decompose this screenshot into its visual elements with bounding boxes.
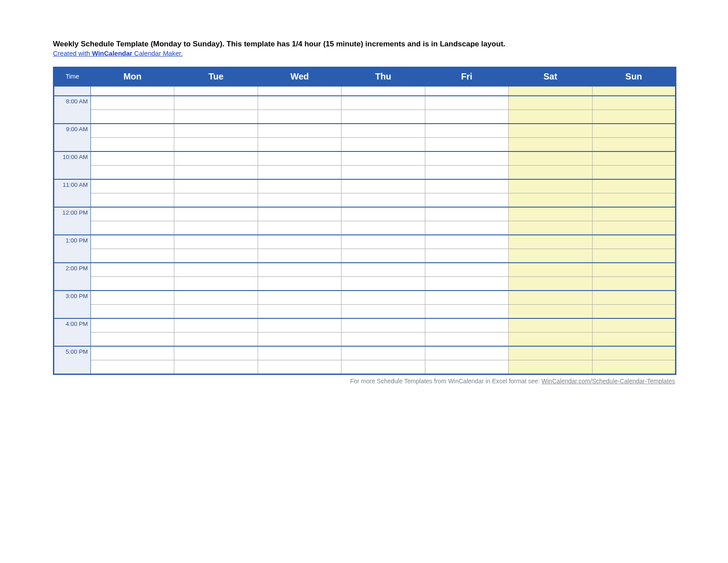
schedule-cell[interactable] — [91, 277, 174, 291]
schedule-cell[interactable] — [174, 138, 258, 152]
schedule-cell[interactable] — [341, 179, 425, 193]
schedule-cell[interactable] — [91, 346, 174, 360]
schedule-cell[interactable] — [91, 249, 174, 263]
schedule-cell[interactable] — [425, 249, 508, 263]
schedule-cell[interactable] — [425, 318, 508, 333]
schedule-cell[interactable] — [509, 207, 592, 221]
schedule-cell[interactable] — [174, 124, 258, 138]
schedule-cell[interactable] — [174, 86, 258, 96]
schedule-cell[interactable] — [592, 166, 675, 180]
schedule-cell[interactable] — [174, 346, 258, 360]
schedule-cell[interactable] — [509, 318, 592, 333]
schedule-cell[interactable] — [174, 151, 258, 166]
schedule-cell[interactable] — [91, 124, 174, 138]
schedule-cell[interactable] — [258, 221, 341, 235]
schedule-cell[interactable] — [91, 333, 174, 347]
schedule-cell[interactable] — [592, 207, 675, 221]
schedule-cell[interactable] — [341, 277, 425, 291]
schedule-cell[interactable] — [258, 96, 341, 110]
schedule-cell[interactable] — [592, 263, 675, 277]
schedule-cell[interactable] — [509, 263, 592, 277]
schedule-cell[interactable] — [258, 207, 341, 221]
schedule-cell[interactable] — [425, 96, 508, 110]
schedule-cell[interactable] — [91, 221, 174, 235]
schedule-cell[interactable] — [509, 151, 592, 166]
schedule-cell[interactable] — [592, 86, 675, 96]
schedule-cell[interactable] — [174, 166, 258, 180]
schedule-cell[interactable] — [425, 333, 508, 347]
schedule-cell[interactable] — [174, 291, 258, 305]
schedule-cell[interactable] — [258, 235, 341, 249]
schedule-cell[interactable] — [258, 166, 341, 180]
schedule-cell[interactable] — [592, 277, 675, 291]
schedule-cell[interactable] — [258, 249, 341, 263]
schedule-cell[interactable] — [258, 86, 341, 96]
schedule-cell[interactable] — [425, 360, 508, 374]
schedule-cell[interactable] — [425, 138, 508, 152]
schedule-cell[interactable] — [258, 193, 341, 208]
schedule-cell[interactable] — [341, 166, 425, 180]
schedule-cell[interactable] — [341, 110, 425, 124]
schedule-cell[interactable] — [425, 277, 508, 291]
schedule-cell[interactable] — [509, 138, 592, 152]
schedule-cell[interactable] — [509, 360, 592, 374]
schedule-cell[interactable] — [341, 305, 425, 319]
schedule-cell[interactable] — [258, 346, 341, 360]
schedule-cell[interactable] — [91, 207, 174, 221]
schedule-cell[interactable] — [341, 207, 425, 221]
schedule-cell[interactable] — [425, 193, 508, 208]
schedule-cell[interactable] — [91, 318, 174, 333]
schedule-cell[interactable] — [592, 151, 675, 166]
schedule-cell[interactable] — [425, 207, 508, 221]
schedule-cell[interactable] — [258, 291, 341, 305]
schedule-cell[interactable] — [258, 179, 341, 193]
schedule-cell[interactable] — [592, 221, 675, 235]
schedule-cell[interactable] — [174, 235, 258, 249]
schedule-cell[interactable] — [91, 291, 174, 305]
schedule-cell[interactable] — [341, 360, 425, 374]
schedule-cell[interactable] — [592, 235, 675, 249]
schedule-cell[interactable] — [341, 333, 425, 347]
schedule-cell[interactable] — [174, 207, 258, 221]
schedule-cell[interactable] — [91, 360, 174, 374]
schedule-cell[interactable] — [425, 235, 508, 249]
schedule-cell[interactable] — [341, 138, 425, 152]
schedule-cell[interactable] — [174, 277, 258, 291]
schedule-cell[interactable] — [509, 305, 592, 319]
schedule-cell[interactable] — [425, 305, 508, 319]
schedule-cell[interactable] — [258, 318, 341, 333]
schedule-cell[interactable] — [258, 263, 341, 277]
schedule-cell[interactable] — [91, 193, 174, 208]
schedule-cell[interactable] — [509, 235, 592, 249]
schedule-cell[interactable] — [592, 360, 675, 374]
schedule-cell[interactable] — [174, 179, 258, 193]
schedule-cell[interactable] — [174, 318, 258, 333]
schedule-cell[interactable] — [425, 221, 508, 235]
schedule-cell[interactable] — [509, 124, 592, 138]
schedule-cell[interactable] — [91, 166, 174, 180]
schedule-cell[interactable] — [341, 291, 425, 305]
schedule-cell[interactable] — [258, 138, 341, 152]
schedule-cell[interactable] — [91, 96, 174, 110]
schedule-cell[interactable] — [91, 151, 174, 166]
schedule-cell[interactable] — [174, 193, 258, 208]
schedule-cell[interactable] — [592, 124, 675, 138]
schedule-cell[interactable] — [509, 166, 592, 180]
schedule-cell[interactable] — [258, 110, 341, 124]
schedule-cell[interactable] — [174, 333, 258, 347]
schedule-cell[interactable] — [425, 124, 508, 138]
schedule-cell[interactable] — [592, 179, 675, 193]
schedule-cell[interactable] — [341, 151, 425, 166]
schedule-cell[interactable] — [341, 124, 425, 138]
schedule-cell[interactable] — [341, 96, 425, 110]
schedule-cell[interactable] — [174, 96, 258, 110]
schedule-cell[interactable] — [592, 193, 675, 208]
schedule-cell[interactable] — [341, 263, 425, 277]
schedule-cell[interactable] — [341, 318, 425, 333]
schedule-cell[interactable] — [258, 333, 341, 347]
schedule-cell[interactable] — [592, 110, 675, 124]
schedule-cell[interactable] — [425, 179, 508, 193]
schedule-cell[interactable] — [341, 235, 425, 249]
schedule-cell[interactable] — [509, 110, 592, 124]
schedule-cell[interactable] — [341, 86, 425, 96]
